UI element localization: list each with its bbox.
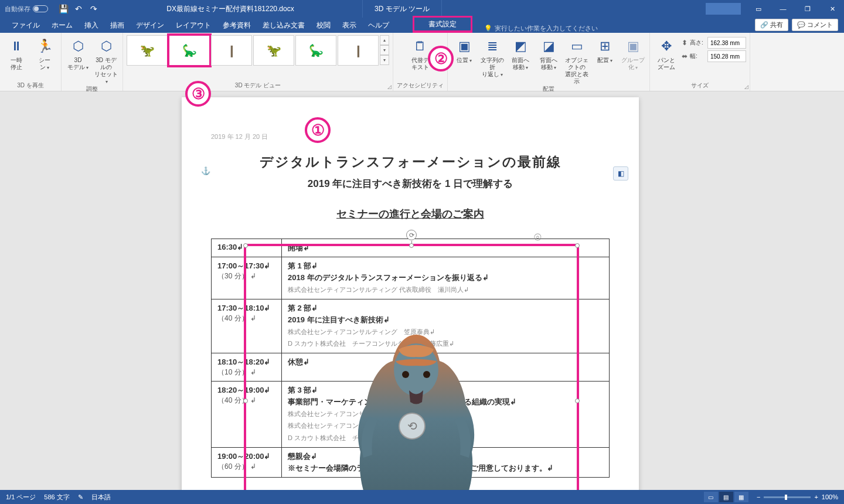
language-status[interactable]: 日本語 <box>91 493 111 502</box>
status-bar: 1/1 ページ 586 文字 ✎ 日本語 ▭ ▤ ▦ − + 100% <box>0 490 844 504</box>
width-icon: ⬌ <box>682 52 688 60</box>
tab-draw[interactable]: 描画 <box>104 18 130 33</box>
view-preset-4[interactable]: 🦖 <box>253 35 294 66</box>
doc-heading-1: デジタルトランスフォーメーションの最前線 <box>211 153 610 171</box>
callout-2: ② <box>428 46 454 71</box>
doc-date: 2019 年 12 月 20 日 <box>211 132 610 141</box>
selection-pane-button[interactable]: ▭オブジェクトの選択と表示 <box>564 35 590 85</box>
read-mode-icon[interactable]: ▭ <box>704 492 718 502</box>
zoom-slider[interactable] <box>764 496 811 498</box>
ribbon: ⏸一時停止 🏃シーン 3D を再生 ⬡3Dモデル ⬡3D モデルのリセット 調整… <box>0 33 844 91</box>
wrap-text-button[interactable]: ≣文字列の折り返し <box>479 35 505 78</box>
height-input[interactable] <box>707 37 746 49</box>
views-launcher-icon[interactable]: ◿ <box>387 84 392 90</box>
resize-handle[interactable] <box>575 399 580 403</box>
redo-icon[interactable]: ↷ <box>89 4 98 13</box>
height-icon: ⬍ <box>682 39 688 47</box>
resize-handle[interactable] <box>243 243 248 248</box>
ribbon-display-icon[interactable]: ▭ <box>747 0 770 18</box>
doc-heading-2: 2019 年に注目すべき新技術を 1 日で理解する <box>211 177 610 190</box>
zoom-out-icon[interactable]: − <box>757 493 760 500</box>
tilt-handle-icon[interactable]: ⦾ <box>534 232 542 243</box>
size-launcher-icon[interactable]: ◿ <box>744 84 748 90</box>
gallery-up-icon[interactable]: ▴ <box>380 35 389 45</box>
group-accessibility: アクセシビリティ <box>397 81 444 90</box>
resize-handle[interactable] <box>575 243 580 248</box>
zoom-in-icon[interactable]: + <box>814 493 818 500</box>
tell-me-search[interactable]: 💡 実行したい作業を入力してください <box>484 24 598 33</box>
contextual-tool-tab: 3D モデル ツール <box>362 0 442 18</box>
undo-icon[interactable]: ↶ <box>74 4 83 13</box>
ribbon-tabs: ファイル ホーム 挿入 描画 デザイン レイアウト 参考資料 差し込み文書 校閲… <box>0 18 844 33</box>
anchor-icon: ⚓ <box>201 166 210 175</box>
callout-1: ① <box>305 117 331 143</box>
pause-button[interactable]: ⏸一時停止 <box>4 35 29 71</box>
callout-3: ③ <box>185 81 211 107</box>
width-input[interactable] <box>707 50 746 62</box>
share-button[interactable]: 🔗 共有 <box>755 19 788 31</box>
tab-file[interactable]: ファイル <box>6 18 46 33</box>
position-button[interactable]: ▣位置 <box>451 35 477 64</box>
print-layout-icon[interactable]: ▤ <box>719 492 733 502</box>
view-preset-5[interactable]: 🦕 <box>295 35 336 66</box>
group-size: サイズ <box>691 81 709 90</box>
tab-references[interactable]: 参考資料 <box>217 18 257 33</box>
tab-design[interactable]: デザイン <box>130 18 170 33</box>
tab-help[interactable]: ヘルプ <box>362 18 395 33</box>
scene-button[interactable]: 🏃シーン <box>32 35 57 71</box>
bring-forward-button[interactable]: ◩前面へ移動 <box>508 35 533 71</box>
spellcheck-icon[interactable]: ✎ <box>78 493 83 501</box>
view-preset-3[interactable]: ❙ <box>211 35 252 66</box>
save-icon[interactable]: 💾 <box>59 4 68 13</box>
view-preset-6[interactable]: ❙ <box>338 35 379 66</box>
document-title: DX最前線セミナー配付資料181220.docx <box>98 4 362 14</box>
resize-handle[interactable] <box>243 399 248 403</box>
selection-frame[interactable]: ⟳ ⦾ <box>244 244 579 490</box>
3d-model-button[interactable]: ⬡3Dモデル <box>65 35 91 71</box>
title-bar: 自動保存 💾 ↶ ↷ DX最前線セミナー配付資料181220.docx 3D モ… <box>0 0 844 18</box>
tab-view[interactable]: 表示 <box>336 18 362 33</box>
rotate-handle-icon[interactable]: ⟳ <box>406 230 417 240</box>
tab-layout[interactable]: レイアウト <box>170 18 217 33</box>
tab-insert[interactable]: 挿入 <box>79 18 104 33</box>
tab-format[interactable]: 書式設定 <box>413 16 472 33</box>
3d-view-gallery[interactable]: 🦖 🦕 ❙ 🦖 🦕 ❙ ▴ ▾ ▾ <box>127 35 389 66</box>
tab-review[interactable]: 校閲 <box>311 18 336 33</box>
send-backward-button[interactable]: ◪背面へ移動 <box>536 35 561 71</box>
document-canvas[interactable]: ⚓ ◧ 2019 年 12 月 20 日 デジタルトランスフォーメーションの最前… <box>0 91 844 490</box>
align-button[interactable]: ⊞配置 <box>592 35 618 64</box>
zoom-level[interactable]: 100% <box>822 493 838 500</box>
comment-button[interactable]: 💬 コメント <box>792 19 838 31</box>
pan-zoom-button[interactable]: ✥パンとズーム <box>654 35 679 71</box>
tab-home[interactable]: ホーム <box>46 18 79 33</box>
close-icon[interactable]: ✕ <box>821 0 844 18</box>
reset-3d-button[interactable]: ⬡3D モデルのリセット <box>93 35 119 85</box>
autosave-toggle[interactable]: 自動保存 <box>5 5 48 13</box>
maximize-icon[interactable]: ❐ <box>796 0 819 18</box>
group-3d-views: 3D モデル ビュー <box>235 81 281 90</box>
web-layout-icon[interactable]: ▦ <box>734 492 748 502</box>
gallery-more-icon[interactable]: ▾ <box>380 55 389 65</box>
view-preset-1[interactable]: 🦖 <box>127 35 168 66</box>
view-preset-2-selected[interactable]: 🦕 <box>169 35 210 66</box>
resize-handle[interactable] <box>409 243 414 248</box>
gallery-down-icon[interactable]: ▾ <box>380 45 389 55</box>
group-play3d: 3D を再生 <box>17 81 44 90</box>
group-objects-button[interactable]: ▣グループ化 <box>620 35 646 71</box>
word-count[interactable]: 586 文字 <box>44 493 69 502</box>
minimize-icon[interactable]: ― <box>771 0 795 18</box>
layout-options-icon[interactable]: ◧ <box>613 166 628 181</box>
account-badge[interactable] <box>706 3 741 15</box>
page-count[interactable]: 1/1 ページ <box>6 493 36 502</box>
doc-heading-3: セミナーの進行と会場のご案内 <box>211 207 610 221</box>
tab-mailings[interactable]: 差し込み文書 <box>257 18 311 33</box>
